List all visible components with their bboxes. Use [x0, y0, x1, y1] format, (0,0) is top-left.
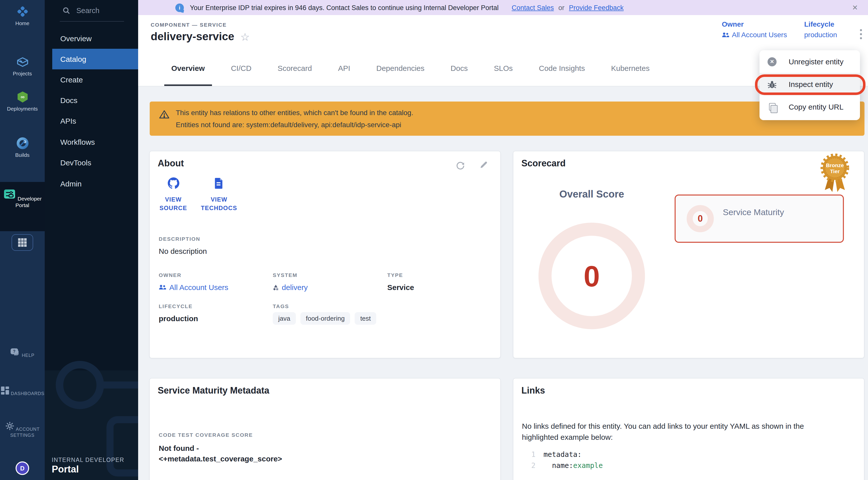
tab-dependencies[interactable]: Dependencies	[363, 50, 437, 86]
entity-menu-kebab-icon[interactable]	[860, 29, 862, 39]
user-avatar[interactable]: D	[16, 461, 29, 475]
sidebar-search[interactable]: Search	[45, 0, 138, 21]
rail-label-projects: Projects	[13, 70, 32, 77]
sidebar-item-label: DevTools	[60, 158, 91, 167]
warning-line-1: This entity has relations to other entit…	[176, 109, 413, 117]
view-techdocs-link[interactable]: VIEW TECHDOCS	[199, 177, 239, 213]
rail-label-dashboards: DASHBOARDS	[11, 391, 44, 396]
tag-chip[interactable]: test	[354, 312, 376, 325]
builds-ci-icon	[0, 137, 45, 150]
rail-item-dashboards[interactable]: DASHBOARDS	[0, 386, 45, 396]
sidebar-item-devtools[interactable]: DevTools	[45, 152, 138, 173]
decorative-ring	[56, 361, 104, 409]
about-card: About VIEW SOURCE VIEW TECHDOCS DESCRIPT…	[149, 151, 501, 358]
sidebar-item-label: Docs	[60, 96, 78, 104]
edit-pencil-icon[interactable]	[479, 160, 488, 170]
sidebar-item-label: Admin	[60, 179, 82, 188]
developer-portal-icon	[3, 196, 18, 202]
trial-banner-text: Your Enterprise IDP trial expires in 946…	[190, 4, 499, 11]
banner-close-icon[interactable]: ✕	[852, 3, 858, 11]
scorecard-card: Scorecard Bronze Tier Overall Score 0 0	[513, 151, 865, 358]
rail-item-deployments[interactable]: ∞ Deployments	[0, 90, 45, 112]
sidebar-item-overview[interactable]: Overview	[45, 28, 138, 49]
tab-docs[interactable]: Docs	[437, 50, 481, 86]
sidebar-item-label: Catalog	[60, 55, 86, 63]
info-icon: i	[175, 3, 184, 12]
code-line-number: 2	[528, 460, 535, 471]
svg-text:Tier: Tier	[830, 169, 840, 174]
rail-item-developer-portal[interactable]: Developer Portal	[0, 182, 45, 231]
tab-api[interactable]: API	[325, 50, 363, 86]
main-area: i Your Enterprise IDP trial expires in 9…	[138, 0, 868, 480]
service-maturity-box[interactable]: 0 Service Maturity	[675, 194, 844, 243]
menu-item-label: Copy entity URL	[788, 102, 843, 111]
tag-chip[interactable]: food-ordering	[300, 312, 350, 325]
owner-field-link[interactable]: All Account Users	[159, 283, 228, 292]
module-picker-button[interactable]	[11, 234, 33, 251]
rail-item-projects[interactable]: Projects	[0, 56, 45, 77]
page-title: delivery-service	[151, 30, 234, 43]
overall-score-donut: 0	[538, 223, 645, 329]
rail-item-help[interactable]: ? HELP	[0, 348, 45, 358]
sidebar-item-apis[interactable]: APIs	[45, 111, 138, 131]
help-chat-icon: ?	[10, 353, 22, 358]
tag-chip[interactable]: java	[273, 312, 296, 325]
type-field-value: Service	[387, 283, 414, 292]
contact-sales-link[interactable]: Contact Sales	[512, 4, 554, 11]
owner-field-label: OWNER	[159, 272, 182, 278]
sidebar-item-docs[interactable]: Docs	[45, 90, 138, 111]
sidebar-item-workflows[interactable]: Workflows	[45, 132, 138, 152]
dashboards-icon	[0, 391, 11, 396]
service-maturity-label: Service Maturity	[723, 208, 784, 218]
service-maturity-value: 0	[698, 213, 703, 224]
sidebar-item-label: Workflows	[60, 138, 95, 146]
tab-overview[interactable]: Overview	[158, 50, 218, 86]
rail-label-help: HELP	[22, 353, 34, 358]
description-value: No description	[159, 247, 207, 255]
links-empty-text: No links defined for this entity. You ca…	[522, 421, 838, 443]
code-value: example	[573, 460, 603, 471]
tab-slos[interactable]: SLOs	[481, 50, 526, 86]
rail-item-builds[interactable]: Builds	[0, 137, 45, 158]
tab-kubernetes[interactable]: Kubernetes	[598, 50, 662, 86]
svg-text:?: ?	[13, 349, 16, 354]
favorite-star-icon[interactable]: ☆	[240, 31, 250, 43]
owner-value-link[interactable]: All Account Users	[722, 31, 787, 39]
tab-code-insights[interactable]: Code Insights	[526, 50, 598, 86]
about-title: About	[158, 158, 184, 169]
x-circle-icon: ✕	[768, 57, 777, 66]
rail-item-account-settings[interactable]: ACCOUNT SETTINGS	[0, 421, 45, 438]
tab-cicd[interactable]: CI/CD	[218, 50, 265, 86]
menu-item-copy-entity-url[interactable]: Copy entity URL	[760, 95, 860, 118]
view-techdocs-label: VIEW TECHDOCS	[199, 196, 239, 213]
github-icon	[167, 177, 179, 189]
overall-score-label: Overall Score	[536, 188, 647, 200]
rail-label-home: Home	[15, 20, 29, 26]
svg-text:∞: ∞	[20, 94, 24, 100]
rail-label-developer-portal-1: Developer	[18, 196, 42, 202]
system-icon	[273, 284, 279, 290]
sidebar-item-label: APIs	[60, 117, 76, 125]
tab-scorecard[interactable]: Scorecard	[265, 50, 325, 86]
system-field-link[interactable]: delivery	[273, 283, 308, 292]
sidebar-decoration: INTERNAL DEVELOPER Portal	[45, 370, 138, 480]
warning-line-2: Entities not found are: system:default/d…	[176, 121, 401, 129]
sidebar-divider	[60, 21, 124, 22]
harness-logo-icon	[0, 5, 45, 18]
provide-feedback-link[interactable]: Provide Feedback	[569, 4, 624, 11]
lifecycle-field-label: LIFECYCLE	[159, 303, 193, 309]
relations-warning-banner: This entity has relations to other entit…	[150, 101, 865, 136]
menu-item-unregister-entity[interactable]: ✕ Unregister entity	[760, 50, 860, 73]
rail-label-developer-portal-2: Portal	[16, 202, 29, 208]
rail-item-home[interactable]: Home	[0, 5, 45, 27]
sidebar-item-admin[interactable]: Admin	[45, 173, 138, 194]
avatar-initial: D	[20, 465, 24, 472]
refresh-icon[interactable]	[456, 160, 465, 170]
tags-field-label: TAGS	[273, 303, 289, 309]
sidebar-item-create[interactable]: Create	[45, 69, 138, 90]
owner-value: All Account Users	[732, 31, 787, 39]
menu-item-label: Unregister entity	[788, 57, 843, 66]
sidebar-item-catalog[interactable]: Catalog	[52, 49, 138, 69]
view-source-link[interactable]: VIEW SOURCE	[153, 177, 193, 213]
breadcrumb: COMPONENT — SERVICE	[151, 22, 227, 28]
